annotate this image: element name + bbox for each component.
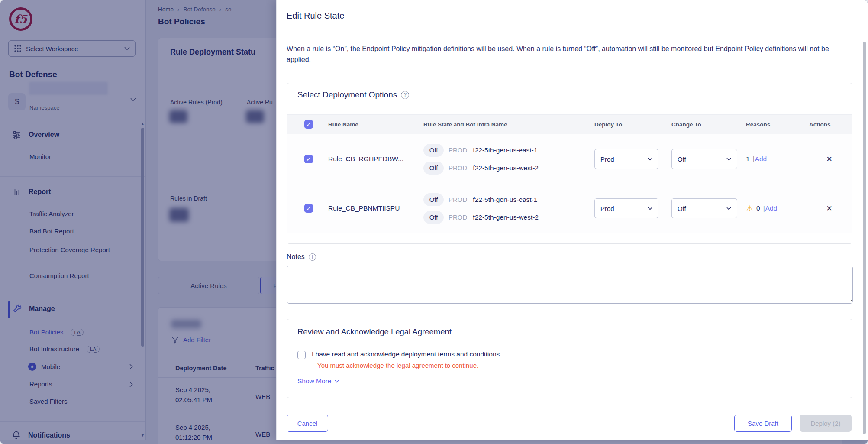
remove-row-icon[interactable]: ✕ xyxy=(826,204,832,213)
modal-title: Edit Rule State xyxy=(287,11,344,21)
rule-row: ✓ Rule_CB_PBNMTIISPU Off PROD f22-5th-ge… xyxy=(287,184,852,233)
add-reason-link[interactable]: Add xyxy=(755,155,767,163)
notes-label: Notes i xyxy=(287,253,316,261)
reasons-cell: ⚠ 0 | Add xyxy=(746,204,807,214)
legal-agreement-section: Review and Acknowledge Legal Agreement I… xyxy=(287,319,852,398)
rule-states: Off PROD f22-5th-gen-us-east-1 Off PROD … xyxy=(423,144,594,175)
env-label: PROD xyxy=(449,164,467,172)
state-pill: Off xyxy=(423,193,444,206)
infra-name: f22-5th-gen-us-east-1 xyxy=(473,146,537,154)
app-window: f5 Select Workspace Bot Defense S Namesp… xyxy=(0,0,868,444)
acknowledge-label: I have read and acknowledge deployment t… xyxy=(312,350,502,358)
column-reasons: Reasons xyxy=(746,121,807,128)
row-checkbox[interactable]: ✓ xyxy=(304,155,313,163)
env-label: PROD xyxy=(449,146,467,154)
infra-name: f22-5th-gen-us-east-1 xyxy=(473,196,537,204)
modal-footer: Cancel Save Draft Deploy (2) xyxy=(277,406,868,440)
rule-row: ✓ Rule_CB_RGHPEDBW... Off PROD f22-5th-g… xyxy=(287,134,852,184)
modal-scrollbar[interactable] xyxy=(863,42,866,434)
warning-icon: ⚠ xyxy=(746,204,753,214)
rule-states: Off PROD f22-5th-gen-us-east-1 Off PROD … xyxy=(423,193,594,224)
add-reason-link[interactable]: Add xyxy=(765,204,778,212)
help-icon[interactable]: ? xyxy=(401,91,409,99)
deployment-options-table: ✓ Rule Name Rule State and Bot Infra Nam… xyxy=(287,114,852,233)
separator: | xyxy=(753,155,755,163)
state-pill: Off xyxy=(423,162,444,175)
select-all-checkbox[interactable]: ✓ xyxy=(304,120,313,129)
modal-header: Edit Rule State xyxy=(277,0,868,38)
edit-rule-state-modal: Edit Rule State When a rule is “On”, the… xyxy=(276,0,868,440)
show-more-link[interactable]: Show More xyxy=(297,377,339,385)
infra-name: f22-5th-gen-us-west-2 xyxy=(473,214,539,221)
chevron-down-icon xyxy=(334,379,339,383)
modal-description: When a rule is “On”, the Endpoint Policy… xyxy=(287,44,855,65)
section-heading: Select Deployment Options ? xyxy=(297,90,409,100)
cancel-button[interactable]: Cancel xyxy=(287,415,328,432)
save-draft-button[interactable]: Save Draft xyxy=(734,415,792,432)
notes-textarea[interactable] xyxy=(287,266,853,304)
deployment-options-section: Select Deployment Options ? ✓ Rule Name … xyxy=(287,83,852,244)
remove-row-icon[interactable]: ✕ xyxy=(826,155,832,164)
state-pill: Off xyxy=(423,144,444,157)
change-to-select[interactable]: Off xyxy=(671,198,737,218)
rule-name: Rule_CB_PBNMTIISPU xyxy=(328,204,423,212)
env-label: PROD xyxy=(449,196,467,203)
info-icon[interactable]: i xyxy=(309,253,316,261)
separator: | xyxy=(763,204,765,212)
reasons-count: 1 xyxy=(746,155,750,163)
deploy-button[interactable]: Deploy (2) xyxy=(800,415,852,432)
section-heading: Review and Acknowledge Legal Agreement xyxy=(297,327,452,337)
rule-name: Rule_CB_RGHPEDBW... xyxy=(328,155,423,163)
column-rule-name: Rule Name xyxy=(328,121,423,128)
row-checkbox[interactable]: ✓ xyxy=(304,204,313,213)
table-header-row: ✓ Rule Name Rule State and Bot Infra Nam… xyxy=(287,114,852,134)
column-deploy-to: Deploy To xyxy=(594,121,671,128)
column-rule-state: Rule State and Bot Infra Name xyxy=(423,121,594,128)
infra-name: f22-5th-gen-us-west-2 xyxy=(473,164,539,172)
state-pill: Off xyxy=(423,211,444,224)
deploy-to-select[interactable]: Prod xyxy=(594,198,658,218)
column-change-to: Change To xyxy=(671,121,746,128)
reasons-cell: 1 | Add xyxy=(746,155,807,163)
acknowledge-row: I have read and acknowledge deployment t… xyxy=(297,350,502,359)
legal-error-text: You must acknowledge the legal agreement… xyxy=(317,362,478,369)
reasons-count: 0 xyxy=(756,204,760,212)
acknowledge-checkbox[interactable] xyxy=(297,351,306,359)
env-label: PROD xyxy=(449,214,467,221)
column-actions: Actions xyxy=(807,121,852,128)
change-to-select[interactable]: Off xyxy=(671,149,737,169)
deploy-to-select[interactable]: Prod xyxy=(594,149,658,169)
